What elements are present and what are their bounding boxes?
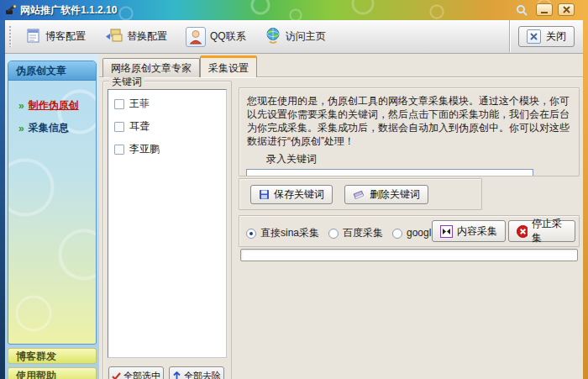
- stop-icon: [517, 225, 528, 238]
- toolbar-grip[interactable]: [9, 26, 12, 47]
- content-collect-icon: [440, 225, 453, 238]
- radio-sina-label: 直接sina采集: [260, 226, 319, 240]
- window-title: 网站推广软件1.1.2.10: [20, 0, 117, 20]
- close-app-button[interactable]: 关闭: [518, 26, 575, 47]
- minimize-button[interactable]: [536, 3, 553, 16]
- homepage-button[interactable]: 访问主页: [260, 24, 331, 49]
- homepage-label: 访问主页: [286, 29, 326, 44]
- keyword-list-item[interactable]: 耳聋: [108, 115, 226, 138]
- eraser-icon: [353, 189, 365, 200]
- keyword-input[interactable]: [246, 169, 533, 176]
- radio-baidu-label: 百度采集: [343, 226, 383, 240]
- arrow-up-icon: [172, 371, 181, 379]
- keyword-list-item[interactable]: 王菲: [108, 92, 226, 115]
- stop-collect-button[interactable]: 停止采集: [508, 220, 575, 242]
- title-bar: 网站推广软件1.1.2.10: [0, 0, 588, 20]
- close-panel: 关闭: [509, 20, 583, 52]
- collect-intro-panel: 您现在使用的是，伪原创工具的网络文章采集模块。通过这个模块，你可以先设置你需要采…: [239, 87, 580, 176]
- chevron-bullet-icon: »: [18, 100, 24, 112]
- sidebar-section-help[interactable]: 使用帮助: [8, 367, 97, 379]
- sidebar-items: » 制作伪原创 » 采集信息: [8, 81, 96, 139]
- close-icon: [563, 6, 570, 13]
- content-collect-label: 内容采集: [457, 224, 497, 239]
- keywords-list[interactable]: 王菲 耳聋 李亚鹏: [108, 89, 227, 358]
- radio-icon[interactable]: [392, 229, 402, 239]
- radio-icon[interactable]: [328, 229, 339, 239]
- keyword-checkbox[interactable]: [114, 122, 124, 132]
- save-keywords-button[interactable]: 保存关键词: [250, 185, 333, 204]
- blog-config-icon: [25, 28, 41, 46]
- stop-collect-label: 停止采集: [532, 217, 567, 245]
- toolbar: 博客配置 替换配置 QQ联系: [5, 20, 583, 54]
- keyword-checkbox[interactable]: [114, 99, 124, 109]
- tab-collect-settings[interactable]: 采集设置: [200, 55, 257, 77]
- replace-config-button[interactable]: 替换配置: [99, 25, 172, 49]
- keyword-checkbox[interactable]: [114, 145, 124, 155]
- main-content: 网络原创文章专家 采集设置 关键词 王菲 耳聋 李亚鹏: [99, 54, 583, 379]
- collect-source-panel: 直接sina采集 百度采集 google采集 内容采集 停止采集: [239, 215, 580, 247]
- toolbar-items: 博客配置 替换配置 QQ联系: [20, 20, 331, 53]
- sidebar-item-collect-info[interactable]: » 采集信息: [8, 117, 96, 139]
- delete-keywords-label: 删除关键词: [370, 187, 420, 202]
- sidebar-section-fake-original: 伪原创文章 » 制作伪原创 » 采集信息: [8, 61, 97, 345]
- save-keywords-label: 保存关键词: [274, 187, 324, 202]
- keyword-label: 耳聋: [129, 119, 150, 134]
- tab-article-expert[interactable]: 网络原创文章专家: [102, 58, 200, 77]
- content-collect-button[interactable]: 内容采集: [432, 220, 506, 242]
- tab-strip: 网络原创文章专家 采集设置: [102, 59, 257, 77]
- radio-baidu-collect[interactable]: 百度采集: [328, 226, 383, 240]
- replace-config-label: 替换配置: [127, 29, 167, 44]
- keyword-label: 王菲: [129, 97, 150, 111]
- window-border-right: [583, 20, 588, 379]
- blog-config-button[interactable]: 博客配置: [20, 25, 91, 49]
- collect-description: 您现在使用的是，伪原创工具的网络文章采集模块。通过这个模块，你可以先设置你需要采…: [247, 94, 571, 148]
- window-close-button[interactable]: [558, 3, 575, 16]
- select-all-label: 全部选中: [123, 370, 160, 379]
- radio-icon[interactable]: [246, 229, 256, 239]
- collect-progress-bar: [240, 249, 578, 261]
- remove-all-label: 全部去除: [184, 370, 221, 379]
- select-all-button[interactable]: 全部选中: [108, 366, 164, 379]
- blog-config-label: 博客配置: [45, 29, 86, 44]
- keyword-label: 李亚鹏: [129, 142, 160, 156]
- qq-contact-label: QQ联系: [210, 29, 246, 44]
- keyword-actions-panel: 保存关键词 删除关键词: [239, 178, 482, 210]
- keyword-input-label: 录入关键词: [266, 152, 579, 166]
- sidebar-section-blog-mass-post[interactable]: 博客群发: [8, 348, 97, 364]
- replace-config-icon: [104, 28, 123, 46]
- sidebar-item-label: 采集信息: [29, 121, 69, 135]
- sidebar-section-title[interactable]: 伪原创文章: [8, 61, 96, 81]
- minimize-icon: [541, 12, 548, 13]
- save-floppy-icon: [259, 189, 270, 200]
- app-icon: [5, 4, 17, 19]
- qq-contact-button[interactable]: QQ联系: [181, 24, 251, 50]
- check-all-icon: [112, 371, 121, 379]
- close-x-icon: [527, 29, 541, 44]
- close-app-label: 关闭: [546, 29, 566, 44]
- sidebar: 伪原创文章 » 制作伪原创 » 采集信息 博客群发 使用帮助: [5, 54, 99, 379]
- qq-contact-icon: [186, 27, 206, 47]
- keywords-groupbox: 关键词 王菲 耳聋 李亚鹏 全部选中: [102, 81, 232, 379]
- sidebar-item-label: 制作伪原创: [29, 98, 79, 113]
- delete-keywords-button[interactable]: 删除关键词: [344, 185, 428, 204]
- chevron-bullet-icon: »: [18, 123, 24, 134]
- radio-sina-collect[interactable]: 直接sina采集: [246, 226, 319, 240]
- magnifier-icon[interactable]: [516, 4, 528, 19]
- remove-all-button[interactable]: 全部去除: [169, 366, 224, 379]
- homepage-icon: [265, 27, 281, 46]
- keyword-list-item[interactable]: 李亚鹏: [108, 138, 226, 161]
- sidebar-item-make-fake-original[interactable]: » 制作伪原创: [8, 94, 96, 117]
